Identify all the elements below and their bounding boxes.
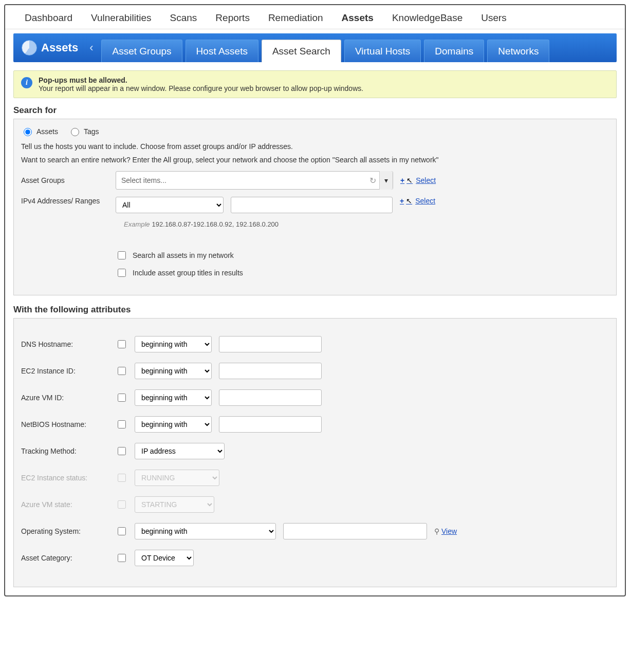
search-for-panel: Assets Tags Tell us the hosts you want t… xyxy=(13,119,617,295)
tab-domains[interactable]: Domains xyxy=(424,40,484,62)
dns-value[interactable] xyxy=(219,336,322,352)
assets-icon xyxy=(22,40,37,55)
collapse-chevron-icon[interactable]: ‹ xyxy=(84,33,98,62)
netbios-value[interactable] xyxy=(219,416,322,433)
radio-assets-label: Assets xyxy=(36,127,58,136)
azurevmid-label: Azure VM ID: xyxy=(21,394,108,402)
ipv4-scope-select[interactable]: All xyxy=(116,197,224,213)
azurevmid-op[interactable]: beginning with xyxy=(135,389,212,406)
ec2id-op[interactable]: beginning with xyxy=(135,363,212,379)
top-nav: Dashboard Vulnerabilities Scans Reports … xyxy=(5,5,625,29)
os-label: Operating System: xyxy=(21,527,108,535)
os-view-link[interactable]: ⚲View xyxy=(434,527,457,535)
asset-groups-placeholder: Select items... xyxy=(121,176,366,184)
tab-asset-search[interactable]: Asset Search xyxy=(262,40,341,62)
tracking-label: Tracking Method: xyxy=(21,447,108,455)
subnav-title: Assets xyxy=(13,33,84,62)
tab-virtual-hosts[interactable]: Virtual Hosts xyxy=(344,40,421,62)
nav-scans[interactable]: Scans xyxy=(161,9,207,27)
info-icon: i xyxy=(21,77,32,88)
dns-op[interactable]: beginning with xyxy=(135,336,212,352)
ec2status-op: RUNNING xyxy=(135,470,219,486)
radio-assets[interactable]: Assets xyxy=(21,126,58,136)
azurevmid-value[interactable] xyxy=(219,389,322,406)
ipv4-label: IPv4 Addresses/ Ranges xyxy=(21,197,108,205)
cb-include-titles[interactable] xyxy=(118,269,126,277)
ec2id-cb[interactable] xyxy=(118,367,126,375)
asset-groups-label: Asset Groups xyxy=(21,176,108,184)
plus-icon: + xyxy=(400,197,404,205)
assetcat-cb[interactable] xyxy=(118,554,126,562)
banner-title: Pop-ups must be allowed. xyxy=(39,76,363,84)
attributes-header: With the following attributes xyxy=(13,305,617,315)
search-for-header: Search for xyxy=(13,105,617,116)
radio-tags-label: Tags xyxy=(84,127,99,136)
magnifier-icon: ⚲ xyxy=(434,527,439,535)
azurevmid-cb[interactable] xyxy=(118,394,126,402)
netbios-op[interactable]: beginning with xyxy=(135,416,212,433)
banner-body: Your report will appear in a new window.… xyxy=(39,84,363,92)
radio-tags[interactable]: Tags xyxy=(68,126,99,136)
tab-networks[interactable]: Networks xyxy=(487,40,549,62)
cb-include-titles-label: Include asset group titles in results xyxy=(133,269,243,277)
netbios-cb[interactable] xyxy=(118,420,126,428)
netbios-label: NetBIOS Hostname: xyxy=(21,420,108,428)
subnav-title-text: Assets xyxy=(41,41,78,54)
nav-assets[interactable]: Assets xyxy=(332,9,383,27)
dns-cb[interactable] xyxy=(118,340,126,348)
nav-vulnerabilities[interactable]: Vulnerabilities xyxy=(82,9,161,27)
azurestate-op: STARTING xyxy=(135,496,214,513)
sub-nav: Assets ‹ Asset Groups Host Assets Asset … xyxy=(13,33,617,62)
ipv4-select-link[interactable]: +↖ Select xyxy=(400,197,435,205)
dns-label: DNS Hostname: xyxy=(21,340,108,348)
os-cb[interactable] xyxy=(118,527,126,535)
azurestate-label: Azure VM state: xyxy=(21,500,108,509)
assetcat-label: Asset Category: xyxy=(21,554,108,562)
tab-host-assets[interactable]: Host Assets xyxy=(186,40,258,62)
help-line-2: Want to search an entire network? Enter … xyxy=(21,156,609,164)
cb-search-network[interactable] xyxy=(118,251,126,259)
cursor-icon: ↖ xyxy=(406,176,413,184)
nav-remediation[interactable]: Remediation xyxy=(259,9,332,27)
tracking-cb[interactable] xyxy=(118,447,126,455)
help-line-1: Tell us the hosts you want to include. C… xyxy=(21,142,609,151)
tracking-op[interactable]: IP address xyxy=(135,443,225,459)
cb-search-network-label: Search all assets in my network xyxy=(133,251,234,259)
info-banner: i Pop-ups must be allowed. Your report w… xyxy=(13,70,617,98)
dropdown-icon[interactable]: ▾ xyxy=(379,171,393,190)
nav-knowledgebase[interactable]: KnowledgeBase xyxy=(383,9,472,27)
nav-reports[interactable]: Reports xyxy=(206,9,259,27)
radio-tags-input[interactable] xyxy=(71,128,79,136)
ec2status-cb xyxy=(118,474,126,482)
plus-icon: + xyxy=(400,176,404,184)
nav-dashboard[interactable]: Dashboard xyxy=(15,9,82,27)
reload-icon[interactable]: ↻ xyxy=(366,176,379,185)
nav-users[interactable]: Users xyxy=(472,9,516,27)
os-op[interactable]: beginning with xyxy=(135,523,276,539)
ec2id-value[interactable] xyxy=(219,363,322,379)
ipv4-input[interactable] xyxy=(231,197,393,213)
attributes-panel: DNS Hostname: beginning with EC2 Instanc… xyxy=(13,318,617,587)
asset-groups-selector[interactable]: Select items... ↻ ▾ xyxy=(116,171,393,190)
tab-asset-groups[interactable]: Asset Groups xyxy=(101,40,182,62)
ec2id-label: EC2 Instance ID: xyxy=(21,367,108,375)
azurestate-cb xyxy=(118,500,126,509)
radio-assets-input[interactable] xyxy=(24,128,32,136)
ipv4-example: Example192.168.0.87-192.168.0.92, 192.16… xyxy=(124,220,609,228)
cursor-icon: ↖ xyxy=(406,197,412,205)
ec2status-label: EC2 Instance status: xyxy=(21,474,108,482)
assetcat-op[interactable]: OT Device xyxy=(135,550,194,566)
asset-groups-select-link[interactable]: +↖ Select xyxy=(400,176,436,184)
os-value[interactable] xyxy=(283,523,427,539)
